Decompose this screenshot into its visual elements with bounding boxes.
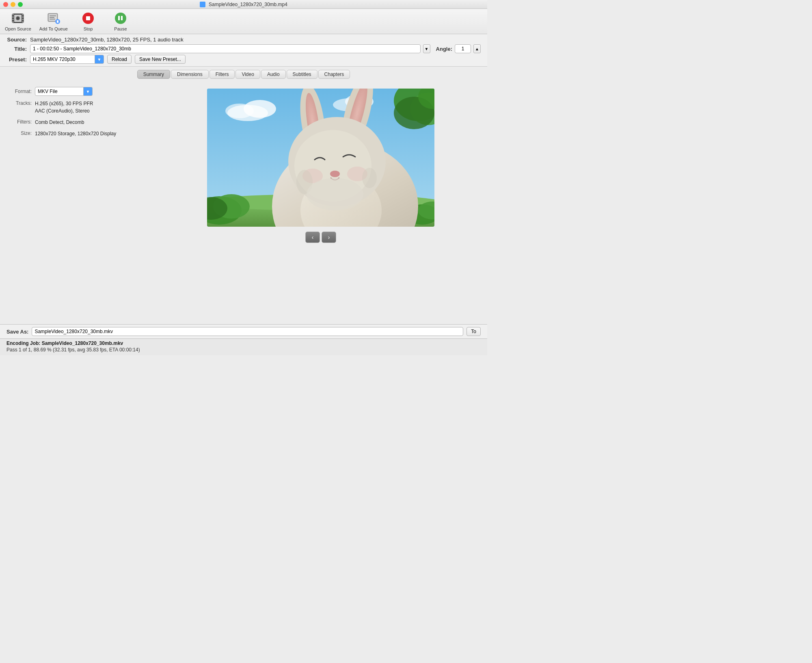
tab-video[interactable]: Video (235, 70, 260, 79)
open-source-button[interactable]: Open Source (5, 12, 31, 31)
chevron-down-icon: ▼ (97, 57, 102, 62)
svg-rect-7 (22, 19, 24, 20)
tracks-line1: H.265 (x265), 30 FPS PFR (35, 100, 93, 107)
save-as-label: Save As: (6, 329, 28, 335)
info-section: Source: SampleVideo_1280x720_30mb, 1280x… (0, 34, 487, 67)
window-controls (3, 2, 23, 7)
title-label: Title: (6, 46, 27, 52)
toolbar: Open Source Add To Queue Stop (0, 9, 487, 34)
stop-button[interactable]: Stop (76, 12, 100, 31)
format-row: Format: ▼ (8, 87, 146, 96)
pause-button[interactable]: Pause (108, 12, 133, 31)
svg-rect-20 (57, 20, 58, 23)
preview-panel: ‹ › (154, 80, 487, 324)
format-input[interactable] (35, 87, 84, 96)
svg-point-25 (225, 104, 254, 118)
pause-icon (114, 12, 127, 25)
filters-value: Comb Detect, Decomb (35, 119, 84, 126)
angle-stepper-up[interactable]: ▲ (473, 44, 481, 53)
preset-input[interactable] (30, 55, 95, 64)
file-icon (200, 2, 205, 7)
preview-nav: ‹ › (305, 232, 336, 243)
svg-rect-8 (22, 21, 24, 23)
browse-button[interactable]: To (466, 327, 481, 336)
tab-audio[interactable]: Audio (261, 70, 286, 79)
svg-rect-16 (50, 19, 55, 20)
svg-point-47 (330, 171, 340, 177)
save-as-input[interactable] (32, 327, 463, 336)
preset-row: Preset: ▼ Reload Save New Preset... (6, 55, 481, 64)
tabs-row: Summary Dimensions Filters Video Audio S… (0, 67, 487, 80)
svg-point-52 (307, 178, 363, 210)
svg-point-51 (362, 168, 377, 188)
chevron-down-icon-2: ▼ (86, 89, 90, 94)
prev-frame-button[interactable]: ‹ (305, 232, 320, 243)
film-icon (11, 12, 24, 25)
source-label: Source: (6, 37, 27, 43)
open-source-label: Open Source (5, 26, 31, 31)
filters-row: Filters: Comb Detect, Decomb (8, 119, 146, 126)
add-to-queue-label: Add To Queue (39, 26, 68, 31)
stop-label: Stop (84, 26, 93, 31)
main-content: Format: ▼ Tracks: H.265 (x265), 30 FPS P… (0, 80, 487, 324)
title-bar: SampleVideo_1280x720_30mb.mp4 (0, 0, 487, 9)
svg-rect-15 (50, 17, 54, 18)
title-input[interactable] (30, 44, 421, 53)
pause-label: Pause (114, 26, 127, 31)
title-row: Title: ▼ Angle: ▲ (6, 44, 481, 53)
encoding-progress-label: Pass 1 of 1, 88.69 % (32.31 fps, avg 35.… (6, 347, 481, 353)
next-frame-button[interactable]: › (322, 232, 336, 243)
preview-image (207, 89, 434, 227)
add-to-queue-icon (47, 12, 60, 25)
svg-rect-3 (12, 19, 14, 20)
svg-point-11 (17, 17, 19, 20)
tracks-value: H.265 (x265), 30 FPS PFR AAC (CoreAudio)… (35, 100, 93, 115)
source-value: SampleVideo_1280x720_30mb, 1280x720, 25 … (30, 37, 184, 43)
format-arrow-button[interactable]: ▼ (84, 87, 93, 96)
format-select-wrap: ▼ (35, 87, 93, 96)
maximize-button[interactable] (18, 2, 23, 7)
window-title: SampleVideo_1280x720_30mb.mp4 (200, 2, 287, 7)
svg-rect-21 (58, 20, 58, 23)
size-label: Size: (8, 130, 32, 136)
size-value: 1280x720 Storage, 1280x720 Display (35, 130, 116, 137)
format-label: Format: (8, 89, 32, 94)
size-row: Size: 1280x720 Storage, 1280x720 Display (8, 130, 146, 137)
minimize-button[interactable] (11, 2, 15, 7)
title-input-wrap: ▼ Angle: ▲ (30, 44, 481, 53)
tracks-label: Tracks: (8, 100, 32, 106)
status-bar: Encoding Job: SampleVideo_1280x720_30mb.… (0, 338, 487, 355)
svg-rect-6 (22, 16, 24, 18)
tab-summary[interactable]: Summary (137, 70, 170, 79)
reload-button[interactable]: Reload (107, 55, 132, 64)
preset-label: Preset: (6, 56, 27, 63)
tab-chapters[interactable]: Chapters (318, 70, 350, 79)
preset-arrow-button[interactable]: ▼ (95, 55, 104, 64)
preset-select-wrap: ▼ (30, 55, 104, 64)
title-stepper-down[interactable]: ▼ (423, 44, 430, 53)
svg-rect-1 (12, 14, 14, 15)
summary-panel: Format: ▼ Tracks: H.265 (x265), 30 FPS P… (0, 80, 154, 324)
source-row: Source: SampleVideo_1280x720_30mb, 1280x… (6, 37, 481, 43)
save-as-bar: Save As: To (0, 324, 487, 338)
save-new-preset-button[interactable]: Save New Preset... (135, 55, 186, 64)
svg-rect-14 (50, 15, 56, 16)
angle-label: Angle: (436, 46, 452, 52)
angle-input[interactable] (455, 44, 471, 53)
tracks-row: Tracks: H.265 (x265), 30 FPS PFR AAC (Co… (8, 100, 146, 115)
svg-rect-4 (12, 21, 14, 23)
svg-rect-5 (22, 14, 24, 15)
stop-icon (82, 12, 95, 25)
svg-rect-2 (12, 16, 14, 18)
tracks-line2: AAC (CoreAudio), Stereo (35, 107, 93, 115)
close-button[interactable] (3, 2, 8, 7)
tab-dimensions[interactable]: Dimensions (171, 70, 209, 79)
tab-filters[interactable]: Filters (209, 70, 235, 79)
filters-label: Filters: (8, 119, 32, 125)
encoding-job-label: Encoding Job: SampleVideo_1280x720_30mb.… (6, 340, 481, 346)
tab-subtitles[interactable]: Subtitles (287, 70, 317, 79)
add-to-queue-button[interactable]: Add To Queue (39, 12, 68, 31)
title-text: SampleVideo_1280x720_30mb.mp4 (209, 2, 287, 7)
